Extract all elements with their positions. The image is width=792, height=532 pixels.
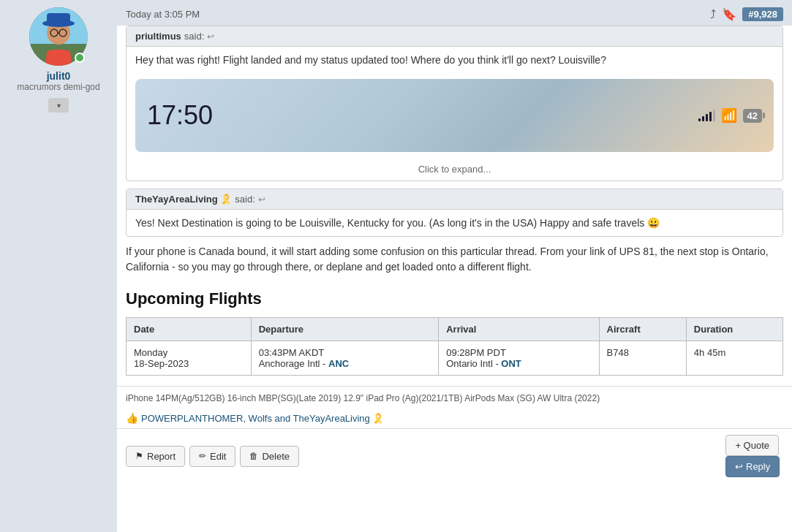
quote-text-2: Yes! Next Destination is going to be Lou… <box>135 217 660 229</box>
quote-label: + Quote <box>735 440 769 451</box>
date-full: 18-Sep-2023 <box>134 358 189 369</box>
delete-button[interactable]: 🗑 Delete <box>240 446 299 467</box>
quote-reply-icon-1[interactable]: ↩ <box>207 31 214 42</box>
flights-table: Date Departure Arrival Aircraft Duration… <box>126 317 783 376</box>
dep-time: 03:43PM AKDT <box>259 347 325 358</box>
action-right: + Quote ↩ Reply <box>725 435 783 477</box>
flights-table-body: Monday 18-Sep-2023 03:43PM AKDT Anchorag… <box>127 341 783 376</box>
action-bar: ⚑ Report ✏ Edit 🗑 Delete + Quote <box>117 428 792 483</box>
post-content: Today at 3:05 PM ⤴ 🔖 #9,928 priultimus s… <box>117 0 792 532</box>
thumbs-up-icon: 👍 <box>126 412 138 424</box>
arr-time: 09:28PM PDT <box>446 347 506 358</box>
sig-item-3: 12.9" iPad Pro (Ag)(2021/1TB) <box>344 393 463 403</box>
signal-bar-1 <box>698 118 701 121</box>
quote-reply-icon-2[interactable]: ↩ <box>258 194 265 205</box>
cell-arrival: 09:28PM PDT Ontario Intl - ONT <box>439 341 599 376</box>
quote-said-1: said: <box>184 31 204 42</box>
phone-screenshot: 17:50 📶 42 <box>135 79 774 152</box>
user-title: macrumors demi-god <box>17 82 99 92</box>
report-label: Report <box>147 451 176 462</box>
edit-button[interactable]: ✏ Edit <box>189 446 235 467</box>
col-arrival: Arrival <box>439 318 599 341</box>
quote-author-1: priultimus <box>135 31 181 42</box>
content-area: priultimus said: ↩ Hey that was right! F… <box>117 26 792 532</box>
battery-indicator: 42 <box>743 109 762 123</box>
post-number: #9,928 <box>742 7 783 21</box>
quote-body-2: Yes! Next Destination is going to be Lou… <box>127 210 782 236</box>
post-timestamp: Today at 3:05 PM <box>126 9 200 20</box>
phone-time: 17:50 <box>147 100 213 131</box>
liked-names: POWERPLANTHOMER, Wolfs and TheYayAreaLiv… <box>141 413 384 424</box>
post-body-text: If your phone is Canada bound, it will s… <box>117 244 792 282</box>
sig-item-2: 16-inch MBP(SG)(Late 2019) <box>227 393 341 403</box>
sig-item-4: AirPods Max (SG) <box>464 393 535 403</box>
svg-rect-4 <box>47 13 70 25</box>
reply-button[interactable]: ↩ Reply <box>725 456 780 477</box>
table-row: Monday 18-Sep-2023 03:43PM AKDT Anchorag… <box>127 341 783 376</box>
report-icon: ⚑ <box>135 451 143 461</box>
quote-text-1: Hey that was right! Flight landed and my… <box>135 54 606 66</box>
quote-said-2: said: <box>235 194 254 205</box>
dep-place: Anchorage Intl - <box>259 358 328 369</box>
username: julit0 <box>47 70 71 82</box>
delete-label: Delete <box>262 451 290 462</box>
cell-date: Monday 18-Sep-2023 <box>127 341 252 376</box>
edit-label: Edit <box>210 451 226 462</box>
arr-place: Ontario Intl - <box>446 358 501 369</box>
avatar-wrapper <box>29 7 88 66</box>
flights-table-head: Date Departure Arrival Aircraft Duration <box>127 318 783 341</box>
signal-bars-icon <box>698 110 715 121</box>
likes-row: 👍 POWERPLANTHOMER, Wolfs and TheYayAreaL… <box>117 409 792 428</box>
bookmark-icon[interactable]: 🔖 <box>722 7 736 21</box>
quote-header-1: priultimus said: ↩ <box>127 26 782 47</box>
quote-author-2: TheYayAreaLiving 🎗️ <box>135 194 232 205</box>
cell-departure: 03:43PM AKDT Anchorage Intl - ANC <box>251 341 439 376</box>
quote-block-1: priultimus said: ↩ Hey that was right! F… <box>126 26 783 181</box>
online-indicator <box>75 53 85 63</box>
post-header: Today at 3:05 PM ⤴ 🔖 #9,928 <box>117 0 792 26</box>
delete-icon: 🗑 <box>249 451 258 461</box>
col-duration: Duration <box>686 318 782 341</box>
flights-header-row: Date Departure Arrival Aircraft Duration <box>127 318 783 341</box>
cell-aircraft: B748 <box>599 341 686 376</box>
flights-title: Upcoming Flights <box>126 289 783 308</box>
post-sidebar: julit0 macrumors demi-god ▾ <box>0 0 117 532</box>
wifi-icon: 📶 <box>721 107 737 123</box>
phone-status: 📶 42 <box>698 107 762 123</box>
col-aircraft: Aircraft <box>599 318 686 341</box>
edit-icon: ✏ <box>199 451 206 461</box>
header-actions: ⤴ 🔖 #9,928 <box>710 7 783 21</box>
date-day: Monday <box>134 347 167 358</box>
quote-block-2: TheYayAreaLiving 🎗️ said: ↩ Yes! Next De… <box>126 189 783 237</box>
dep-link[interactable]: ANC <box>328 358 349 369</box>
expand-label[interactable]: Click to expand... <box>127 158 782 180</box>
post-signature: iPhone 14PM(Ag/512GB) 16-inch MBP(SG)(La… <box>117 386 792 409</box>
quote-body-1: Hey that was right! Flight landed and my… <box>127 47 782 73</box>
signal-bar-2 <box>702 116 704 121</box>
col-date: Date <box>127 318 252 341</box>
col-departure: Departure <box>251 318 439 341</box>
report-button[interactable]: ⚑ Report <box>126 446 185 467</box>
user-dropdown-button[interactable]: ▾ <box>48 98 69 113</box>
sig-item-1: iPhone 14PM(Ag/512GB) <box>126 393 225 403</box>
reply-label: ↩ Reply <box>735 461 770 472</box>
sig-item-5: AW Ultra (2022) <box>538 393 600 403</box>
signal-bar-4 <box>709 112 712 121</box>
signal-bar-5 <box>713 110 715 121</box>
cell-duration: 4h 45m <box>686 341 782 376</box>
flights-section: Upcoming Flights Date Departure Arrival … <box>117 282 792 383</box>
action-left: ⚑ Report ✏ Edit 🗑 Delete <box>126 446 299 467</box>
arr-link[interactable]: ONT <box>501 358 521 369</box>
share-icon[interactable]: ⤴ <box>710 8 716 21</box>
signal-bar-3 <box>706 114 708 121</box>
quote-button[interactable]: + Quote <box>725 435 779 456</box>
quote-header-2: TheYayAreaLiving 🎗️ said: ↩ <box>127 189 782 210</box>
